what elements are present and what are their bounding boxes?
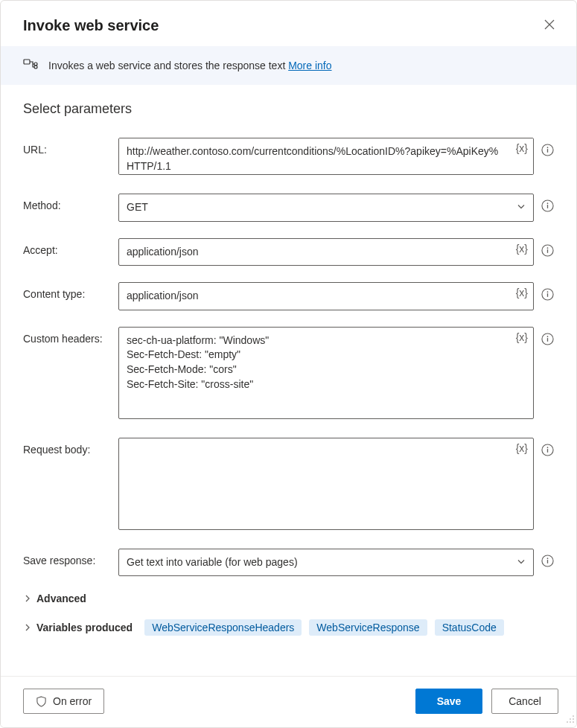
svg-point-28 — [570, 721, 571, 723]
svg-rect-17 — [547, 338, 548, 342]
save-response-row: Save response: Get text into variable (f… — [23, 549, 554, 577]
info-icon[interactable] — [541, 194, 554, 212]
svg-point-27 — [567, 721, 568, 723]
web-service-icon — [23, 58, 38, 73]
method-row: Method: GET — [23, 194, 554, 222]
close-icon — [543, 19, 555, 33]
url-input[interactable]: http://weather.contoso.com/currentcondit… — [118, 138, 534, 175]
svg-point-2 — [34, 63, 37, 66]
shield-icon — [36, 696, 47, 707]
svg-point-13 — [547, 292, 549, 293]
variable-pill[interactable]: WebServiceResponse — [309, 619, 427, 636]
on-error-button[interactable]: On error — [23, 689, 104, 714]
accept-label: Accept: — [23, 238, 111, 256]
info-icon[interactable] — [541, 238, 554, 257]
svg-point-24 — [573, 715, 574, 717]
more-info-link[interactable]: More info — [288, 60, 331, 71]
info-icon[interactable] — [541, 438, 554, 456]
resize-grip-icon[interactable] — [565, 714, 576, 727]
svg-rect-0 — [24, 60, 30, 64]
info-icon[interactable] — [541, 138, 554, 156]
custom-headers-row: Custom headers: sec-ch-ua-platform: "Win… — [23, 327, 554, 421]
on-error-label: On error — [53, 695, 92, 707]
request-body-label: Request body: — [23, 438, 111, 456]
content-type-label: Content type: — [23, 282, 111, 300]
dialog-header: Invoke web service — [1, 1, 576, 46]
svg-rect-11 — [547, 249, 548, 253]
info-icon[interactable] — [541, 549, 554, 567]
banner-text: Invokes a web service and stores the res… — [48, 60, 288, 71]
save-response-select[interactable]: Get text into variable (for web pages) — [118, 549, 534, 577]
request-body-row: Request body: {x} — [23, 438, 554, 532]
chevron-right-icon — [23, 623, 32, 632]
info-banner-text: Invokes a web service and stores the res… — [48, 60, 332, 71]
svg-point-29 — [573, 721, 574, 723]
variable-pills: WebServiceResponseHeaders WebServiceResp… — [144, 619, 504, 636]
url-label: URL: — [23, 138, 111, 156]
info-icon[interactable] — [541, 327, 554, 345]
method-label: Method: — [23, 194, 111, 211]
cancel-button[interactable]: Cancel — [491, 689, 558, 714]
content-type-input[interactable] — [118, 282, 534, 310]
accept-input[interactable] — [118, 238, 534, 266]
section-title: Select parameters — [23, 101, 554, 117]
info-icon[interactable] — [541, 282, 554, 301]
chevron-right-icon — [23, 594, 32, 603]
dialog-title: Invoke web service — [23, 17, 159, 34]
url-row: URL: http://weather.contoso.com/currentc… — [23, 138, 554, 177]
variable-pill[interactable]: StatusCode — [435, 619, 504, 636]
svg-rect-5 — [547, 149, 548, 153]
svg-point-10 — [547, 247, 549, 249]
dialog-content: Select parameters URL: http://weather.co… — [1, 85, 576, 676]
invoke-web-service-dialog: Invoke web service Invokes a web service… — [0, 0, 577, 728]
svg-point-19 — [547, 447, 549, 448]
accept-row: Accept: {x} — [23, 238, 554, 266]
svg-point-16 — [547, 336, 549, 337]
svg-point-25 — [570, 718, 571, 720]
content-type-row: Content type: {x} — [23, 282, 554, 310]
close-button[interactable] — [541, 16, 558, 36]
svg-point-4 — [547, 147, 549, 148]
variables-produced-expander[interactable]: Variables produced WebServiceResponseHea… — [23, 619, 554, 636]
info-banner: Invokes a web service and stores the res… — [1, 46, 576, 85]
method-select[interactable]: GET — [118, 194, 534, 222]
svg-rect-8 — [547, 205, 548, 208]
custom-headers-label: Custom headers: — [23, 327, 111, 345]
svg-point-26 — [573, 718, 574, 720]
save-button[interactable]: Save — [415, 689, 482, 714]
svg-rect-20 — [547, 449, 548, 453]
advanced-expander[interactable]: Advanced — [23, 593, 554, 604]
request-body-input[interactable] — [118, 438, 534, 530]
svg-rect-23 — [547, 560, 548, 563]
advanced-label: Advanced — [36, 593, 86, 604]
svg-rect-14 — [547, 293, 548, 297]
custom-headers-input[interactable]: sec-ch-ua-platform: "Windows" Sec-Fetch-… — [118, 327, 534, 419]
svg-point-7 — [547, 202, 549, 204]
dialog-footer: On error Save Cancel — [1, 676, 576, 727]
svg-point-22 — [547, 558, 549, 559]
save-response-label: Save response: — [23, 549, 111, 566]
variables-produced-label: Variables produced — [36, 622, 133, 633]
variable-pill[interactable]: WebServiceResponseHeaders — [144, 619, 302, 636]
